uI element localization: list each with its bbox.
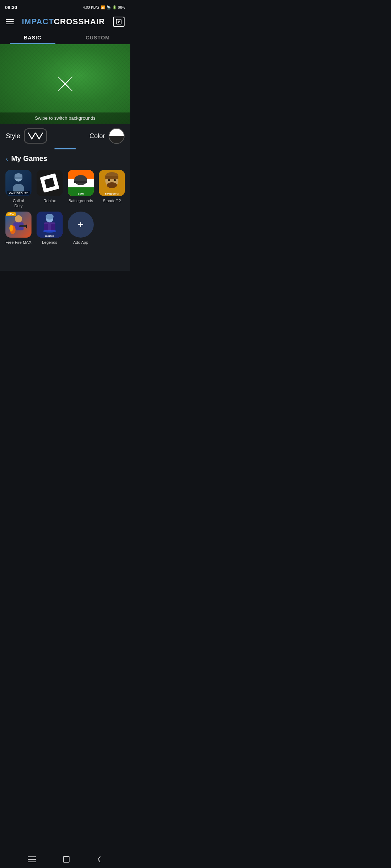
color-picker-button[interactable] bbox=[109, 128, 125, 144]
status-icons: 4.00 KB/S 📶 📡 🔋 98% bbox=[83, 5, 125, 9]
list-item[interactable]: STANDOFF 2 Standoff 2 bbox=[98, 170, 126, 209]
svg-rect-29 bbox=[105, 176, 118, 179]
svg-point-22 bbox=[74, 175, 87, 185]
bottom-spacer bbox=[0, 249, 130, 271]
new-badge: NEW bbox=[6, 212, 16, 216]
controls-row: Style Color bbox=[0, 124, 130, 147]
hamburger-line-2 bbox=[6, 21, 14, 22]
style-control: Style bbox=[6, 128, 47, 144]
tab-custom[interactable]: CUSTOM bbox=[65, 30, 130, 44]
title-crosshair: CROSSHAIR bbox=[54, 17, 105, 26]
freefire-icon: NEW bbox=[5, 212, 31, 238]
svg-text:BGMI: BGMI bbox=[78, 193, 84, 195]
battery-icon: 🔋 bbox=[112, 5, 117, 9]
battery-percent: 98% bbox=[118, 5, 125, 9]
list-item[interactable]: Roblox bbox=[35, 170, 64, 209]
add-app-item[interactable]: + Add App bbox=[67, 212, 95, 245]
color-label: Color bbox=[89, 132, 105, 140]
hamburger-line-1 bbox=[6, 19, 14, 20]
tab-bar: BASIC CUSTOM bbox=[0, 30, 130, 44]
grass-background bbox=[0, 44, 130, 124]
import-export-icon bbox=[115, 18, 122, 25]
games-grid: CALL OF DUTY Call ofDuty Roblox bbox=[0, 166, 130, 249]
wifi-icon: 📶 bbox=[101, 5, 105, 9]
legends-label: Legends bbox=[42, 240, 57, 245]
color-control: Color bbox=[89, 128, 125, 144]
crosshair-preview-area[interactable]: Swipe to switch backgrounds bbox=[0, 44, 130, 124]
svg-text:LEGENDS: LEGENDS bbox=[45, 235, 54, 237]
menu-button[interactable] bbox=[6, 19, 14, 24]
title-impact: IMPACT bbox=[22, 17, 54, 26]
standoff2-label: Standoff 2 bbox=[103, 198, 121, 203]
svg-point-27 bbox=[107, 182, 117, 188]
swipe-hint: Swipe to switch backgrounds bbox=[0, 112, 130, 124]
svg-rect-12 bbox=[14, 177, 22, 179]
app-header: IMPACTCROSSHAIR bbox=[0, 13, 130, 30]
style-label: Style bbox=[6, 132, 20, 140]
roblox-label: Roblox bbox=[43, 198, 56, 203]
back-button[interactable]: ‹ bbox=[6, 154, 8, 163]
signal-icon: 📡 bbox=[106, 5, 111, 9]
svg-rect-23 bbox=[74, 181, 87, 183]
crosshair-display bbox=[54, 73, 76, 95]
list-item[interactable]: LEGENDS Legends bbox=[35, 212, 64, 245]
app-title: IMPACTCROSSHAIR bbox=[22, 17, 105, 26]
freefire-label: Free Fire MAX bbox=[5, 240, 31, 245]
svg-point-46 bbox=[43, 230, 56, 233]
plus-icon: + bbox=[78, 220, 84, 230]
speed-indicator: 4.00 KB/S bbox=[83, 5, 99, 9]
legends-icon: LEGENDS bbox=[37, 212, 63, 238]
list-item[interactable]: BGMI Battlegrounds bbox=[67, 170, 95, 209]
svg-point-30 bbox=[108, 179, 110, 181]
import-export-button[interactable] bbox=[113, 17, 125, 27]
battlegrounds-icon: BGMI bbox=[68, 170, 94, 196]
svg-text:CALL OF DUTY: CALL OF DUTY bbox=[9, 192, 28, 195]
status-bar: 08:30 4.00 KB/S 📶 📡 🔋 98% bbox=[0, 0, 130, 13]
svg-point-31 bbox=[114, 179, 116, 181]
add-app-button[interactable]: + bbox=[68, 212, 94, 238]
hamburger-line-3 bbox=[6, 24, 14, 24]
svg-text:STANDOFF 2: STANDOFF 2 bbox=[105, 193, 119, 195]
svg-point-39 bbox=[9, 225, 13, 231]
svg-rect-37 bbox=[26, 225, 27, 228]
svg-point-45 bbox=[46, 214, 54, 220]
status-time: 08:30 bbox=[5, 5, 17, 10]
standoff2-icon: STANDOFF 2 bbox=[99, 170, 125, 196]
style-selector-button[interactable] bbox=[24, 128, 47, 144]
tab-basic[interactable]: BASIC bbox=[0, 30, 65, 44]
svg-point-34 bbox=[15, 215, 22, 222]
my-games-section-header: ‹ My Games bbox=[0, 151, 130, 166]
cod-icon: CALL OF DUTY bbox=[5, 170, 31, 196]
cod-label: Call ofDuty bbox=[13, 198, 24, 209]
roblox-icon bbox=[37, 170, 63, 196]
list-item[interactable]: CALL OF DUTY Call ofDuty bbox=[4, 170, 33, 209]
add-app-label: Add App bbox=[73, 240, 88, 245]
section-divider bbox=[54, 148, 76, 149]
my-games-title: My Games bbox=[11, 154, 47, 163]
list-item[interactable]: NEW Free Fire MAX bbox=[4, 212, 33, 245]
battlegrounds-label: Battlegrounds bbox=[68, 198, 93, 203]
